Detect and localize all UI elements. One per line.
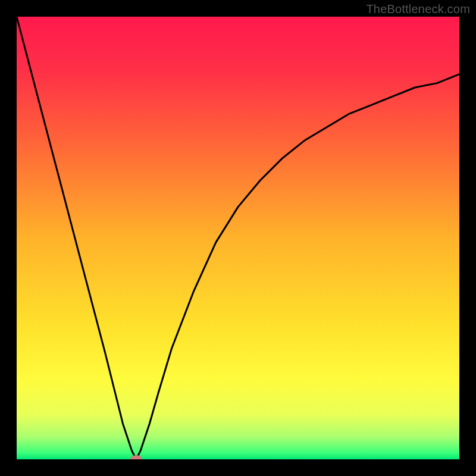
chart-frame: TheBottleneck.com	[0, 0, 476, 476]
watermark-text: TheBottleneck.com	[366, 2, 470, 16]
chart-svg	[17, 17, 459, 459]
plot-area	[17, 17, 459, 459]
gradient-background	[17, 17, 459, 459]
